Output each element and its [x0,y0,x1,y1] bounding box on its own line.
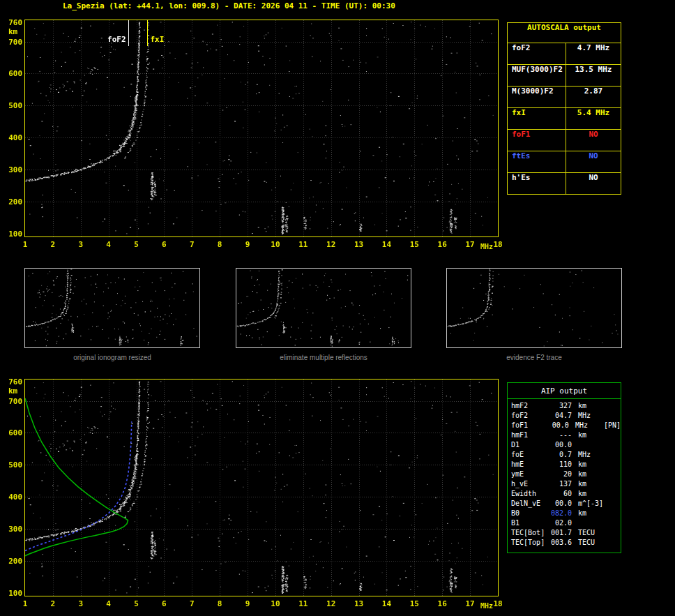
aip-row-value: 0.7 [549,451,572,460]
aip-row-label: B0 [508,509,549,519]
autoscala-row-value: 13.5 MHz [566,65,621,86]
thumbnail-caption: evidence F2 trace [446,354,622,361]
thumbnail-f2-trace-evidence [446,268,622,348]
autoscala-row-label: fxI [508,108,566,129]
autoscala-row-value: NO [566,173,621,194]
aip-row-label: TEC[Bot] [508,529,549,539]
aip-row-label: foF1 [508,421,547,431]
aip-row-tecbot: TEC[Bot]001.7TECU [508,529,621,539]
aip-row-label: hmE [508,460,549,470]
autoscala-row-value: NO [566,130,621,151]
autoscala-row-label: ftEs [508,151,566,172]
aip-row-value: 00.0 [547,421,568,431]
aip-row-ewidth: Ewidth60km [508,490,621,499]
aip-row-label: TEC[Top] [508,539,549,548]
aip-row-value: 110 [549,460,572,470]
aip-row-value: --- [549,431,572,441]
aip-row-unit: km [578,490,607,499]
autoscala-row-label: M(3000)F2 [508,87,566,107]
autoscala-row-value: 4.7 MHz [566,43,621,64]
autoscala-row-fof1: foF1 NO [508,130,621,151]
autoscala-row-m3000f2: M(3000)F2 2.87 [508,87,621,108]
autoscala-row-value: 2.87 [566,87,621,107]
autoscala-row-ftes: ftEs NO [508,151,621,173]
aip-row-value: 00.0 [549,441,572,451]
aip-row-label: ymE [508,470,549,480]
thumbnail-original-ionogram [24,268,200,348]
autoscala-row-hpes: h'Es NO [508,173,621,194]
aip-row-hme: hmE110km [508,460,621,470]
aip-row-foe: foE0.7MHz [508,451,621,460]
aip-row-label: hmF2 [508,402,549,412]
autoscala-row-label: MUF(3000)F2 [508,65,566,86]
aip-row-label: foE [508,451,549,460]
aip-row-unit: km [578,470,607,480]
aip-row-label: foF2 [508,412,549,421]
aip-row-d1: D100.0 [508,441,621,451]
aip-row-unit [578,441,607,451]
thumbnail-caption: eliminate multiple reflections [236,354,411,361]
autoscala-app-screen: La_Spezia (lat: +44.1, lon: 009.8) - DAT… [0,0,675,616]
aip-row-value: 001.7 [549,529,572,539]
thumbnail-caption: original ionogram resized [24,354,200,361]
aip-row-fof2: foF204.7MHz [508,412,621,421]
aip-row-hmf2: hmF2327km [508,402,621,412]
aip-row-unit: km [578,480,607,490]
autoscala-row-label: foF2 [508,43,566,64]
station-title: La_Spezia (lat: +44.1, lon: 009.8) - DAT… [63,1,395,10]
autoscala-panel-title: AUTOSCALA output [508,23,621,43]
aip-row-b1: B102.0 [508,519,621,529]
aip-panel-title: AIP output [508,383,621,399]
thumbnail-multiple-reflections-removed [236,268,411,348]
aip-row-unit: km [578,431,607,441]
aip-row-label: h_vE [508,480,549,490]
aip-row-unit: MHz [578,412,607,421]
aip-row-tectop: TEC[Top]003.6TECU [508,539,621,548]
autoscala-row-value: NO [566,151,621,172]
aip-row-value: 327 [549,402,572,412]
aip-row-label: hmF1 [508,431,549,441]
autoscala-row-value: 5.4 MHz [566,108,621,129]
aip-row-b0: B0082.0km [508,509,621,519]
aip-row-value: 00.0 [549,499,572,509]
aip-row-value: 082.0 [549,509,572,519]
aip-row-unit: TECU [578,539,607,548]
aip-row-value: 137 [549,480,572,490]
autoscala-row-label: h'Es [508,173,566,194]
aip-row-value: 60 [549,490,572,499]
aip-row-unit: km [578,402,607,412]
aip-row-hmf1: hmF1---km [508,431,621,441]
aip-row-yme: ymE20km [508,470,621,480]
aip-row-value: 003.6 [549,539,572,548]
aip-row-value: 20 [549,470,572,480]
aip-row-label: DelN_vE [508,499,549,509]
aip-row-value: 04.7 [549,412,572,421]
autoscala-row-fxi: fxI 5.4 MHz [508,108,621,130]
aip-row-delnve: DelN_vE00.0m^[-3] [508,499,621,509]
aip-row-unit: MHz [578,451,607,460]
aip-row-note: [PN] [604,421,621,431]
aip-row-label: B1 [508,519,549,529]
aip-row-unit: TECU [578,529,607,539]
autoscala-row-label: foF1 [508,130,566,151]
aip-row-hve: h_vE137km [508,480,621,490]
autoscala-row-muf3000f2: MUF(3000)F2 13.5 MHz [508,65,621,87]
aip-row-unit: km [578,509,607,519]
aip-profile-ionogram-chart [3,375,506,615]
aip-row-unit: MHz [575,421,603,431]
aip-row-value: 02.0 [549,519,572,529]
autoscaled-ionogram-chart [3,15,506,256]
aip-row-label: D1 [508,441,549,451]
aip-row-unit: km [578,460,607,470]
autoscala-row-fof2: foF2 4.7 MHz [508,43,621,65]
aip-row-label: Ewidth [508,490,549,499]
aip-row-unit: m^[-3] [578,499,607,509]
aip-row-unit [578,519,607,529]
aip-output-panel: AIP output hmF2327km foF204.7MHz foF100.… [507,382,621,553]
aip-row-fof1: foF100.0MHz[PN] [508,421,621,431]
autoscala-output-panel: AUTOSCALA output foF2 4.7 MHz MUF(3000)F… [507,22,621,195]
